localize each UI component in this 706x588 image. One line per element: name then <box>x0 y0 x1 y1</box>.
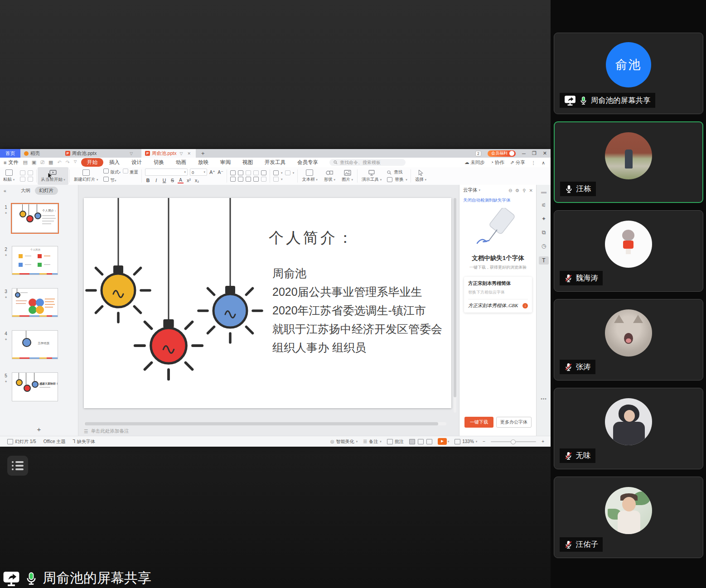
line-spacing-icon[interactable] <box>261 170 266 175</box>
properties-icon[interactable]: ⚟ <box>537 202 551 208</box>
missing-font-status[interactable]: Ꞁ缺失字体 <box>73 439 95 445</box>
decrease-indent-icon[interactable] <box>246 170 251 175</box>
align-left-icon[interactable] <box>230 177 236 182</box>
font-color-button[interactable]: A <box>178 177 184 183</box>
menu-start[interactable]: 开始 <box>81 158 103 167</box>
strikethrough-button[interactable]: S <box>169 178 175 183</box>
layout-button[interactable]: 版式▾ <box>103 169 121 175</box>
tab-document-active[interactable]: P 周俞池.pptx ▽ ✕ <box>141 149 196 158</box>
play-from-current-button[interactable]: 从当前开始 ▾ <box>38 167 68 185</box>
tab-outline[interactable]: 大纲 <box>21 188 30 194</box>
close-button[interactable]: ✕ <box>543 150 547 156</box>
history-icon[interactable]: ◷ <box>537 243 551 249</box>
align-text-icon[interactable] <box>285 170 290 175</box>
participant-tile[interactable]: 汪栋 <box>554 121 703 203</box>
horizontal-scrollbar[interactable] <box>84 422 446 425</box>
zoom-out-button[interactable]: − <box>483 439 485 444</box>
settings-icon[interactable]: ⚙ <box>515 188 519 193</box>
normal-view-icon[interactable] <box>409 439 415 444</box>
participant-tile[interactable]: 张涛 <box>554 299 703 381</box>
italic-button[interactable]: I <box>153 178 159 183</box>
slide-thumbnail-2[interactable]: 个人简历 <box>12 246 58 275</box>
collab-button[interactable]: ◔ 协作 <box>491 159 504 166</box>
format-painter-icon[interactable] <box>20 177 25 182</box>
print-icon[interactable]: ⎚ <box>40 159 44 165</box>
slide-thumbnail-3[interactable] <box>12 288 58 317</box>
tab-slides[interactable]: 幻灯片 <box>35 187 58 195</box>
menu-file[interactable]: ≡文件 <box>4 159 18 166</box>
new-tab-button[interactable]: + <box>196 149 210 158</box>
zoom-slider-knob[interactable] <box>511 439 516 444</box>
slide-thumbnail-1[interactable]: 个人简介： <box>12 204 58 233</box>
effects-icon[interactable]: ✦ <box>537 216 551 222</box>
menu-insert[interactable]: 插入 <box>103 159 126 166</box>
slide-thumbnail-4[interactable]: 工作经历 <box>12 330 58 359</box>
notes-bar[interactable]: ☰ 单击此处添加备注 <box>84 428 129 434</box>
tab-pin-icon[interactable]: ▽ <box>128 151 134 156</box>
slide-body-text[interactable]: 周俞池 2020届公共事业管理系毕业生 2020年江苏省委选调生-镇江市 就职于… <box>272 264 442 357</box>
comments-button[interactable]: 批注 <box>387 439 404 445</box>
textbox-button[interactable]: 文本框 ▾ <box>299 167 321 185</box>
download-icon[interactable]: ↓ <box>522 303 528 308</box>
tab-document[interactable]: P周俞池.pptx <box>62 149 100 158</box>
more-fonts-button[interactable]: 更多办公字体 <box>496 417 532 428</box>
participant-tile[interactable]: 俞池 周俞池的屏幕共享 <box>554 33 703 114</box>
participant-tile[interactable]: 汪佑子 <box>554 477 703 558</box>
output-icon[interactable]: ▣ <box>32 159 36 165</box>
pin-icon[interactable]: ⚲ <box>522 188 526 193</box>
close-pane-icon[interactable]: ✕ <box>529 188 533 193</box>
zoom-in-button[interactable]: + <box>542 439 544 444</box>
present-tools-button[interactable]: 演示工具 ▾ <box>358 167 385 185</box>
zoom-slider[interactable] <box>491 441 536 442</box>
cloud-font-item[interactable]: 方正宋刻本秀楷体..GBK ↓ <box>468 299 528 309</box>
font-name-combo[interactable]: ▾ <box>145 169 188 176</box>
undo-icon[interactable]: ↶ <box>57 159 61 165</box>
maximize-button[interactable]: ❐ <box>532 150 537 156</box>
select-button[interactable]: 选择 ▾ <box>412 167 430 185</box>
new-slide-button[interactable]: 新建幻灯片 ▾ <box>71 167 102 185</box>
increase-indent-icon[interactable] <box>253 170 259 175</box>
align-center-icon[interactable] <box>238 177 243 182</box>
tab-caret-icon[interactable]: ▽ <box>178 151 184 156</box>
tab-store[interactable]: 稻壳 <box>20 149 44 158</box>
section-button[interactable]: 节▾ <box>103 177 116 183</box>
justify-icon[interactable] <box>253 177 259 182</box>
align-right-icon[interactable] <box>246 177 251 182</box>
menu-devtools[interactable]: 开发工具 <box>259 159 291 166</box>
theme-name[interactable]: Office 主题 <box>44 439 66 445</box>
zoom-level[interactable]: 133%▾ <box>455 439 477 444</box>
minimize-button[interactable]: ─ <box>522 151 526 156</box>
distribute-icon[interactable] <box>261 177 266 182</box>
participant-tile[interactable]: 无味 <box>554 388 703 469</box>
cloud-font-tab-icon[interactable]: T <box>539 256 549 265</box>
preview-icon[interactable]: ▦ <box>48 159 53 165</box>
vertical-scrollbar[interactable] <box>454 198 456 413</box>
menu-view[interactable]: 视图 <box>237 159 259 166</box>
text-direction-icon[interactable] <box>273 170 279 175</box>
share-button[interactable]: ⇗ 分享 <box>510 159 525 166</box>
underline-button[interactable]: U <box>161 178 167 183</box>
auto-detect-link[interactable]: 关闭自动检测到缺失字体 <box>459 196 537 205</box>
menu-transition[interactable]: 切换 <box>148 159 170 166</box>
sync-status[interactable]: ☁ 未同步 <box>464 159 485 166</box>
cut-icon[interactable] <box>20 170 25 175</box>
more-options-icon[interactable]: ••• <box>537 396 551 401</box>
subscript-button[interactable]: x₂ <box>194 178 200 183</box>
redo-icon[interactable]: ↷ <box>66 159 70 165</box>
shape-button[interactable]: 形状 ▾ <box>321 167 338 185</box>
menu-design[interactable]: 设计 <box>126 159 148 166</box>
reset-button[interactable]: 重置 <box>123 169 138 175</box>
slide-editor[interactable]: 个人简介： 周俞池 2020届公共事业管理系毕业生 2020年江苏省委选调生-镇… <box>84 198 451 408</box>
find-button[interactable]: 查找 <box>394 169 402 175</box>
member-promo-pill[interactable]: 会员福利 <box>488 150 516 157</box>
copy-icon[interactable] <box>28 170 33 175</box>
menu-slideshow[interactable]: 放映 <box>192 159 214 166</box>
tab-count-badge[interactable]: 2 <box>475 151 481 156</box>
font-size-combo[interactable]: 0▾ <box>190 169 207 176</box>
numbering-icon[interactable] <box>238 170 243 175</box>
bold-button[interactable]: B <box>145 178 151 183</box>
reading-view-icon[interactable] <box>426 439 432 444</box>
picture-button[interactable]: 图片 ▾ <box>338 167 356 185</box>
increase-font-icon[interactable]: A⁺ <box>209 169 215 175</box>
customize-caret-icon[interactable]: ▽ <box>74 159 77 165</box>
